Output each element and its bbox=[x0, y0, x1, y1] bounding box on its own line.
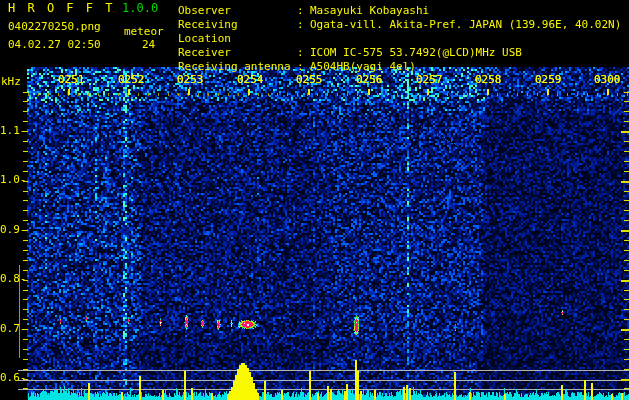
x-tick-label: 0251 bbox=[58, 73, 85, 86]
colon: : bbox=[297, 60, 310, 74]
app-title: H R O F F T bbox=[8, 2, 115, 14]
y-tick-label: 0.7- bbox=[0, 322, 27, 335]
x-tick-label: 0257 bbox=[416, 73, 443, 86]
y-tick-label: 0.9- bbox=[0, 223, 27, 236]
echo-count: 24 bbox=[142, 39, 155, 51]
x-tick-label: 0256 bbox=[356, 73, 383, 86]
mode-label: meteor bbox=[124, 26, 164, 38]
x-tick-label: 0255 bbox=[296, 73, 323, 86]
station-value: Ogata-vill. Akita-Pref. JAPAN (139.96E, … bbox=[310, 18, 621, 46]
station-value: A504HB(yagi 4el) bbox=[310, 60, 416, 74]
y-tick-label: 0.6- bbox=[0, 371, 27, 384]
colon: : bbox=[297, 4, 310, 18]
station-row-location: Receiving Location:Ogata-vill. Akita-Pre… bbox=[178, 18, 621, 46]
colon: : bbox=[297, 46, 310, 60]
x-tick-label: 0258 bbox=[475, 73, 502, 86]
y-axis-unit-label: kHz bbox=[1, 76, 21, 88]
station-label: Receiving antenna bbox=[178, 60, 297, 74]
y-tick-label: 1.1- bbox=[0, 124, 27, 137]
x-tick-label: 0252 bbox=[118, 73, 145, 86]
x-tick-label: 0300 bbox=[594, 73, 621, 86]
y-tick-label: 0.8- bbox=[0, 272, 27, 285]
timestamp: 04.02.27 02:50 bbox=[8, 39, 101, 51]
station-label: Receiver bbox=[178, 46, 297, 60]
station-value: Masayuki Kobayashi bbox=[310, 4, 429, 18]
hrofft-window: H R O F F T 1.0.0 0402270250.png meteor … bbox=[0, 0, 629, 400]
y-tick-label: 1.0- bbox=[0, 173, 27, 186]
x-tick-label: 0253 bbox=[177, 73, 204, 86]
station-value: ICOM IC-575 53.7492(@LCD)MHz USB bbox=[310, 46, 522, 60]
output-filename: 0402270250.png bbox=[8, 21, 101, 33]
app-version: 1.0.0 bbox=[122, 2, 158, 14]
station-label: Observer bbox=[178, 4, 297, 18]
station-row-antenna: Receiving antenna:A504HB(yagi 4el) bbox=[178, 60, 621, 74]
station-row-receiver: Receiver:ICOM IC-575 53.7492(@LCD)MHz US… bbox=[178, 46, 621, 60]
x-tick-label: 0254 bbox=[237, 73, 264, 86]
station-row-observer: Observer:Masayuki Kobayashi bbox=[178, 4, 621, 18]
station-label: Receiving Location bbox=[178, 18, 297, 46]
colon: : bbox=[297, 18, 310, 46]
x-tick-label: 0259 bbox=[535, 73, 562, 86]
station-info: Observer:Masayuki Kobayashi Receiving Lo… bbox=[178, 4, 621, 74]
